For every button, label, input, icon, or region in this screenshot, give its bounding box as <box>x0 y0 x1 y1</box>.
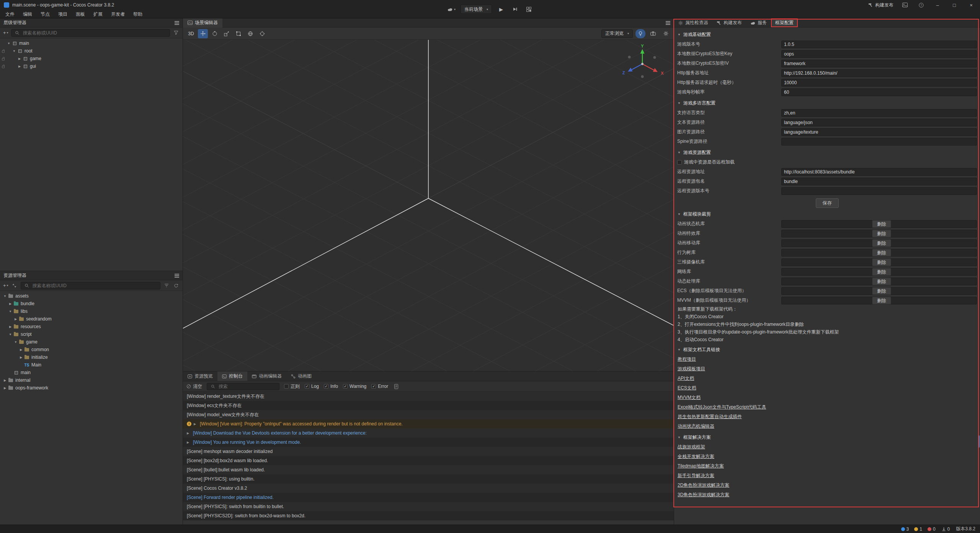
expand-arrow[interactable]: ▼ <box>6 42 11 45</box>
doc-link[interactable]: 教程项目 <box>678 355 696 364</box>
inspector-tab-0[interactable]: 属性检查器 <box>674 18 712 27</box>
section-header[interactable]: ▼游戏基础配置 <box>674 29 980 39</box>
log-row[interactable]: [Scene] meshopt wasm decoder initialized <box>183 447 674 456</box>
form-input[interactable] <box>781 109 977 117</box>
menu-item-6[interactable]: 开发者 <box>107 10 129 18</box>
checkbox-icon[interactable] <box>677 160 682 165</box>
form-input[interactable] <box>781 50 977 58</box>
world-space-button[interactable] <box>245 29 255 38</box>
filter-checkbox-Error[interactable]: ✓Error <box>371 384 388 389</box>
console-search-input[interactable] <box>219 384 277 389</box>
tree-node-game[interactable]: ▼game <box>0 338 183 346</box>
log-row[interactable]: [Window] ecs文件夹不存在 <box>183 401 674 410</box>
tree-node-internal[interactable]: ▶internal <box>0 376 183 384</box>
expand-chevron-icon[interactable]: ▶ <box>194 422 198 426</box>
pivot-toggle-button[interactable] <box>257 29 267 38</box>
expand-arrow[interactable]: ▼ <box>8 333 13 336</box>
expand-arrow[interactable]: ▶ <box>2 379 8 382</box>
form-input[interactable] <box>781 178 977 185</box>
doc-link[interactable]: 动画状态机编辑器 <box>678 422 714 431</box>
delete-button[interactable]: 删除 <box>872 287 891 295</box>
tree-node-root[interactable]: ▼root <box>0 47 183 55</box>
mode-3d-button[interactable]: 3D <box>186 29 196 38</box>
delete-button[interactable]: 删除 <box>872 268 891 276</box>
inspector-tab-2[interactable]: 服务 <box>746 18 771 27</box>
console-tab-1[interactable]: 控制台 <box>217 371 247 381</box>
doc-link[interactable]: Tiledmap地图解决方案 <box>678 461 724 471</box>
console-log-list[interactable]: [Window] render_texture文件夹不存在[Window] ec… <box>183 392 674 525</box>
filter-checkbox-Info[interactable]: ✓Info <box>324 384 338 389</box>
delete-button[interactable]: 删除 <box>872 297 891 304</box>
axis-gizmo[interactable]: Y X Z <box>616 43 669 85</box>
menu-item-5[interactable]: 扩展 <box>90 10 106 18</box>
warning-count[interactable]: 1 <box>914 526 922 532</box>
save-button[interactable]: 保存 <box>816 198 839 208</box>
expand-arrow[interactable]: ▼ <box>11 49 17 53</box>
info-count[interactable]: 3 <box>901 526 909 532</box>
rotate-tool-button[interactable] <box>210 29 220 38</box>
console-tab-2[interactable]: 动画编辑器 <box>247 371 286 381</box>
expand-arrow[interactable]: ▶ <box>13 317 18 321</box>
log-row[interactable]: ▶[Window] Download the Vue Devtools exte… <box>183 428 674 438</box>
doc-link[interactable]: ECS文档 <box>678 383 696 393</box>
cloud-preview-icon[interactable]: ▾ <box>447 5 456 14</box>
tree-node-script[interactable]: ▼script <box>0 330 183 338</box>
console-tab-3[interactable]: 动画图 <box>286 371 316 381</box>
log-row[interactable]: [Scene] Cocos Creator v3.8.2 <box>183 484 674 493</box>
step-button[interactable] <box>510 5 519 14</box>
expand-arrow[interactable]: ▼ <box>13 340 18 344</box>
doc-link[interactable]: API文档 <box>678 374 694 383</box>
tree-node-main[interactable]: main <box>0 369 183 376</box>
filter-icon[interactable] <box>163 282 170 289</box>
expand-arrow[interactable]: ▶ <box>17 65 22 68</box>
lock-icon[interactable] <box>0 57 6 60</box>
close-button[interactable]: × <box>966 2 976 8</box>
section-header[interactable]: ▼游戏资源配置 <box>674 147 980 157</box>
create-asset-button[interactable]: +▾ <box>3 283 8 288</box>
form-input[interactable] <box>781 69 977 77</box>
help-icon[interactable]: ? <box>916 0 926 10</box>
form-input[interactable] <box>781 138 977 146</box>
assets-search-input[interactable] <box>33 283 158 288</box>
tree-node-game[interactable]: ▶game <box>0 55 183 62</box>
create-node-button[interactable]: +▾ <box>3 30 8 36</box>
scene-viewport[interactable]: Y X Z <box>183 40 674 371</box>
view-mode-select[interactable]: 正常浏览 ▾ <box>601 29 633 38</box>
lighting-toggle-icon[interactable] <box>635 29 645 38</box>
tree-node-resources[interactable]: ▶resources <box>0 323 183 330</box>
minimize-button[interactable]: – <box>933 2 942 8</box>
move-tool-button[interactable] <box>198 29 208 38</box>
log-row[interactable]: [Scene] [PHYSICS]: switch from builtin t… <box>183 502 674 511</box>
panel-menu-icon[interactable] <box>175 274 179 278</box>
form-input[interactable] <box>781 119 977 126</box>
section-header[interactable]: ▼框架模块裁剪 <box>674 209 980 219</box>
section-header[interactable]: ▼游戏多语言配置 <box>674 98 980 108</box>
menu-item-3[interactable]: 项目 <box>54 10 71 18</box>
doc-link[interactable]: 新手引导解决方案 <box>678 471 714 481</box>
expand-arrow[interactable]: ▼ <box>8 310 13 313</box>
play-button[interactable]: ▶ <box>497 5 506 14</box>
tree-node-bundle[interactable]: ▶bundle <box>0 300 183 307</box>
tree-node-main[interactable]: ▼main <box>0 39 183 47</box>
menu-item-0[interactable]: 文件 <box>2 10 18 18</box>
doc-link[interactable]: MVVM文档 <box>678 393 701 402</box>
tree-node-common[interactable]: ▶common <box>0 346 183 353</box>
scrollbar-thumb[interactable] <box>978 435 980 448</box>
hierarchy-search-input[interactable] <box>23 30 167 36</box>
log-row[interactable]: !▶[Window] [Vue warn]: Property "onInput… <box>183 419 674 428</box>
form-input[interactable] <box>781 187 977 195</box>
log-row[interactable]: [Scene] [PHYSICS]: using builtin. <box>183 474 674 484</box>
expand-arrow[interactable]: ▶ <box>8 325 13 329</box>
gear-icon[interactable] <box>661 29 671 38</box>
form-input[interactable] <box>781 128 977 136</box>
section-header[interactable]: ▼框架文档工具链接 <box>674 345 980 355</box>
error-count[interactable]: 0 <box>928 526 936 532</box>
tree-node-gui[interactable]: ▶gui <box>0 62 183 70</box>
menu-item-1[interactable]: 编辑 <box>19 10 36 18</box>
tree-node-Main[interactable]: TSMain <box>0 361 183 369</box>
filter-checkbox-Warning[interactable]: ✓Warning <box>343 384 366 389</box>
form-input[interactable] <box>781 88 977 96</box>
menu-item-4[interactable]: 面板 <box>72 10 89 18</box>
log-row[interactable]: [Scene] Forward render pipeline initiali… <box>183 493 674 502</box>
form-input[interactable] <box>781 60 977 67</box>
